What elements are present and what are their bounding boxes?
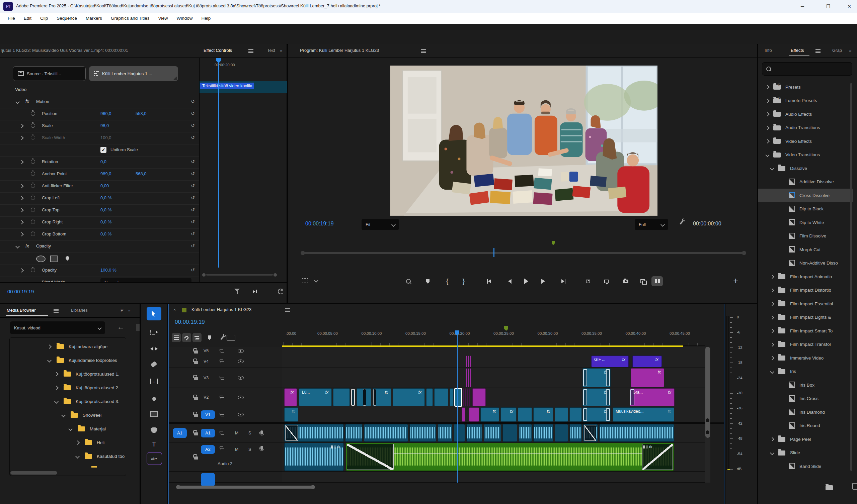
effects-item-slide[interactable]: Slide bbox=[758, 446, 853, 460]
effects-item-film-impact-smart-to[interactable]: Film Impact Smart To bbox=[758, 324, 853, 338]
effects-item-iris-round[interactable]: Iris Round bbox=[758, 419, 853, 433]
clip[interactable]: fx bbox=[393, 388, 425, 406]
track-header-v5[interactable]: V5 bbox=[169, 347, 283, 355]
stopwatch-icon[interactable] bbox=[31, 111, 35, 116]
track-visibility-icon[interactable] bbox=[238, 413, 244, 416]
clip[interactable] bbox=[465, 388, 466, 406]
tab-overflow-icon[interactable]: » bbox=[849, 48, 851, 53]
scrub-handle-right[interactable] bbox=[742, 251, 746, 255]
chevron-right-icon[interactable] bbox=[770, 356, 774, 360]
snap-icon[interactable] bbox=[182, 333, 191, 342]
scrub-handle-left[interactable] bbox=[301, 251, 305, 255]
clip[interactable] bbox=[472, 388, 486, 406]
effect-row-opacity[interactable]: fxOpacity↺ bbox=[0, 241, 199, 253]
effect-row-rotation[interactable]: Rotation0,0↺ bbox=[0, 156, 199, 169]
clip[interactable]: fx bbox=[284, 388, 297, 406]
delete-icon[interactable] bbox=[852, 484, 857, 490]
hscroll-zoom-handle-left[interactable] bbox=[176, 485, 181, 489]
clip[interactable]: fx bbox=[481, 407, 499, 422]
clip[interactable] bbox=[569, 407, 582, 422]
reset-icon[interactable]: ↺ bbox=[191, 111, 195, 116]
panel-menu-icon[interactable] bbox=[285, 308, 290, 312]
effects-item-film-impact-distortio[interactable]: Film Impact Distortio bbox=[758, 283, 853, 297]
tab-program[interactable]: Program: Külli Lember Harjutus 1 KLG23 bbox=[300, 48, 379, 53]
clip[interactable] bbox=[484, 424, 501, 442]
program-playhead[interactable] bbox=[493, 248, 494, 257]
clip[interactable] bbox=[373, 389, 376, 406]
chevron-right-icon[interactable] bbox=[770, 302, 774, 306]
clip[interactable] bbox=[569, 424, 582, 442]
clip-gra[interactable]: Gra...fx bbox=[630, 388, 675, 406]
track-content-v4[interactable]: GIF ...fxfx bbox=[282, 355, 705, 368]
mute-button[interactable]: M bbox=[235, 431, 238, 435]
ec-playhead-handle[interactable] bbox=[216, 58, 221, 63]
sync-lock-icon[interactable] bbox=[220, 360, 225, 364]
track-header-a1[interactable]: A1MSA1 bbox=[169, 424, 283, 442]
stopwatch-icon[interactable] bbox=[31, 232, 35, 236]
go-to-out-icon[interactable] bbox=[558, 276, 569, 286]
effect-row-crop-right[interactable]: Crop Right0,0 %↺ bbox=[0, 216, 199, 229]
type-tool[interactable]: T bbox=[147, 437, 161, 451]
chevron-right-icon[interactable] bbox=[47, 345, 52, 349]
ec-scrollbar[interactable] bbox=[206, 274, 273, 276]
razor-tool[interactable] bbox=[147, 358, 161, 371]
effect-row-position[interactable]: Position960,0553,0↺ bbox=[0, 108, 199, 120]
clip[interactable] bbox=[284, 424, 344, 442]
clip[interactable] bbox=[463, 388, 464, 406]
lock-icon[interactable] bbox=[194, 414, 198, 417]
lock-icon[interactable] bbox=[194, 456, 198, 459]
panel-menu-icon[interactable] bbox=[816, 49, 821, 53]
clip[interactable] bbox=[461, 407, 465, 422]
effects-item-film-impact-lights-[interactable]: Film Impact Lights & bbox=[758, 311, 853, 325]
menu-graphics-and-titles[interactable]: Graphics and Titles bbox=[106, 16, 154, 21]
reset-icon[interactable]: ↺ bbox=[191, 183, 195, 188]
program-scrubbar[interactable] bbox=[303, 252, 744, 254]
blend-mode-select[interactable]: Normal bbox=[100, 278, 191, 283]
tab-text[interactable]: Text bbox=[267, 48, 275, 53]
chevron-right-icon[interactable] bbox=[770, 275, 774, 279]
track-content-a3[interactable] bbox=[282, 472, 705, 483]
media-tree-hscrollbar[interactable] bbox=[11, 471, 57, 474]
ai-edit-tool[interactable]: ⇄✦ bbox=[147, 452, 162, 465]
effect-row-anti-flicker-filter[interactable]: Anti-flicker Filter0,00↺ bbox=[0, 180, 199, 193]
clip[interactable] bbox=[438, 424, 452, 442]
effects-item-dissolve[interactable]: Dissolve bbox=[758, 161, 853, 175]
clip[interactable] bbox=[599, 424, 674, 442]
hscroll-zoom-handle-right[interactable] bbox=[311, 485, 315, 489]
reset-icon[interactable]: ↺ bbox=[191, 231, 195, 237]
step-back-icon[interactable] bbox=[504, 276, 516, 286]
property-value[interactable]: 0,0 % bbox=[100, 195, 112, 200]
effect-row-uniform-scale[interactable]: ✓Uniform Scale bbox=[0, 144, 199, 157]
tab-info[interactable]: Info bbox=[764, 48, 772, 53]
hand-tool[interactable] bbox=[147, 423, 161, 436]
slip-tool[interactable]: ↔ bbox=[147, 375, 161, 388]
track-header-a2[interactable]: A2MSAudio 2 bbox=[169, 442, 283, 472]
effect-row-shapes[interactable] bbox=[0, 253, 199, 265]
clip[interactable]: fx bbox=[346, 443, 674, 471]
track-target-v1[interactable]: V1 bbox=[201, 410, 215, 419]
effects-item-film-dissolve[interactable]: Film Dissolve bbox=[758, 229, 853, 243]
loop-icon[interactable] bbox=[278, 289, 284, 294]
ellipse-mask-icon[interactable] bbox=[36, 256, 46, 262]
media-item-kuj-tööprots-alused-1-[interactable]: Kuj.tööprots.alused 1. bbox=[10, 367, 126, 381]
zoom-select[interactable]: Fit bbox=[362, 219, 399, 230]
effect-row-motion[interactable]: fxMotion↺ bbox=[0, 96, 199, 108]
clip[interactable]: fx bbox=[583, 388, 611, 406]
sync-lock-icon[interactable] bbox=[220, 376, 225, 380]
vscroll-zoom-handle[interactable] bbox=[706, 431, 709, 434]
add-button-icon[interactable]: + bbox=[733, 276, 738, 286]
menu-window[interactable]: Window bbox=[172, 16, 197, 21]
sync-lock-icon[interactable] bbox=[220, 431, 225, 435]
sequence-marker-icon[interactable] bbox=[552, 241, 555, 245]
step-forward-icon[interactable] bbox=[537, 276, 549, 286]
clip[interactable] bbox=[469, 407, 479, 422]
audio-meters-panel[interactable]: 0-6-12-18-24-30-36-42-48-54dB bbox=[725, 304, 757, 504]
stopwatch-icon[interactable] bbox=[31, 123, 35, 128]
timeline-vscrollbar[interactable] bbox=[705, 347, 710, 483]
ec-playhead[interactable] bbox=[218, 58, 219, 267]
linked-selection-icon[interactable] bbox=[192, 333, 202, 342]
reset-icon[interactable]: ↺ bbox=[191, 207, 195, 212]
clip[interactable] bbox=[503, 424, 517, 442]
track-content-a2[interactable]: fxfx bbox=[282, 442, 705, 472]
effect-row-crop-top[interactable]: Crop Top0,0 %↺ bbox=[0, 204, 199, 217]
